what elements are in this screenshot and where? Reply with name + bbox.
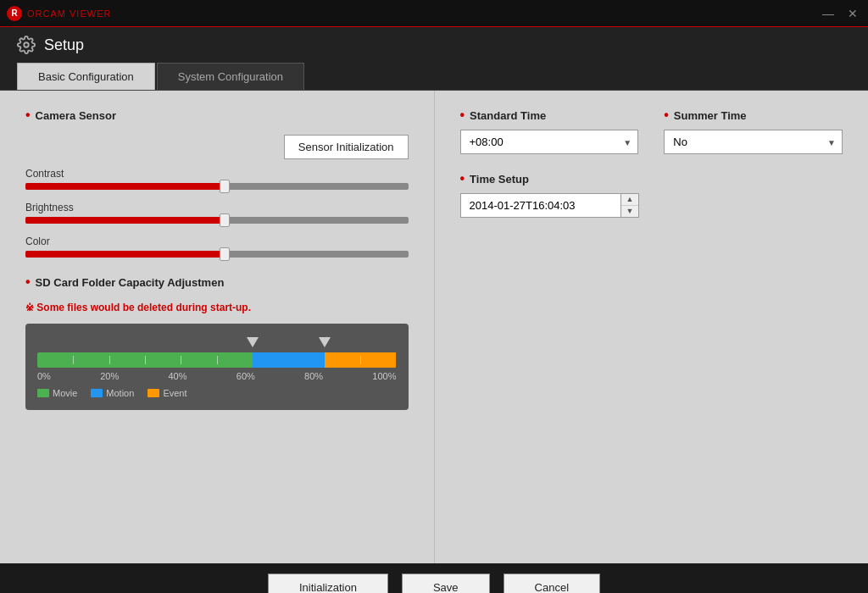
datetime-input-row: ▲ ▼ [460,193,640,218]
brightness-thumb[interactable] [220,213,230,227]
app-name: ORCAM VIEWER [27,8,111,19]
label-100: 100% [372,371,396,381]
standard-time-select-wrapper: +08:00 +07:00 +09:00 ▼ [460,130,639,154]
cancel-button[interactable]: Cancel [504,574,600,594]
label-80: 80% [304,371,323,381]
svg-marker-1 [247,337,259,347]
svg-marker-2 [319,337,331,347]
capacity-labels: 0% 20% 40% 60% 80% 100% [37,371,397,381]
label-40: 40% [168,371,186,381]
sd-warning: Some files would be deleted during start… [25,302,409,313]
label-60: 60% [236,371,255,381]
movie-segment [37,352,253,368]
minimize-button[interactable]: — [819,8,837,19]
legend-event-color [147,389,159,397]
titlebar: R ORCAM VIEWER — ✕ [0,0,868,27]
camera-sensor-label: Camera Sensor [25,108,409,123]
close-button[interactable]: ✕ [844,8,861,19]
time-setup-section: Time Setup ▲ ▼ [460,171,843,218]
legend-motion-color [91,389,103,397]
marker-80[interactable] [319,337,331,347]
marker-60[interactable] [247,337,259,347]
summer-time-select[interactable]: No Yes [664,130,843,154]
brightness-fill [25,217,225,224]
datetime-spinners: ▲ ▼ [620,194,639,217]
color-fill [25,251,225,258]
brightness-track[interactable] [25,217,409,224]
brightness-slider-group: Brightness [25,202,409,224]
summer-time-field: Summer Time No Yes ▼ [664,108,843,154]
summer-time-select-wrapper: No Yes ▼ [664,130,843,154]
label-20: 20% [100,371,119,381]
contrast-track[interactable] [25,183,409,190]
main-content: Camera Sensor Sensor Initialization Cont… [0,91,868,563]
legend-event: Event [147,388,186,398]
capacity-legend: Movie Motion Event [37,388,397,398]
standard-time-field: Standard Time +08:00 +07:00 +09:00 ▼ [460,108,639,154]
time-setup-label: Time Setup [460,171,843,186]
capacity-track [37,352,397,368]
standard-time-label: Standard Time [460,108,639,123]
datetime-input[interactable] [461,194,620,217]
initialization-button[interactable]: Initialization [268,574,388,594]
gear-icon [17,36,36,54]
contrast-label: Contrast [25,168,409,180]
header: Setup Basic Configuration System Configu… [0,27,868,91]
standard-time-select[interactable]: +08:00 +07:00 +09:00 [460,130,639,154]
brightness-label: Brightness [25,202,409,213]
contrast-slider-group: Contrast [25,168,409,190]
legend-motion-label: Motion [106,388,134,398]
legend-movie: Movie [37,388,77,398]
save-button[interactable]: Save [402,574,490,594]
capacity-container: 0% 20% 40% 60% 80% 100% Movie Motion [25,324,409,410]
datetime-up-button[interactable]: ▲ [621,194,639,206]
event-segment [325,352,397,368]
page-title: Setup [17,36,851,54]
tab-system-configuration[interactable]: System Configuration [157,63,304,90]
app-logo: R [7,6,22,21]
left-panel: Camera Sensor Sensor Initialization Cont… [0,91,435,563]
legend-movie-label: Movie [53,388,77,398]
color-thumb[interactable] [220,247,230,261]
legend-movie-color [37,389,49,397]
time-row: Standard Time +08:00 +07:00 +09:00 ▼ Sum… [460,108,843,154]
window-controls: — ✕ [819,8,861,19]
color-slider-group: Color [25,236,409,258]
tab-basic-configuration[interactable]: Basic Configuration [17,63,155,90]
markers-row [37,337,397,351]
label-0: 0% [37,371,51,381]
color-label: Color [25,236,409,247]
legend-event-label: Event [163,388,186,398]
tab-bar: Basic Configuration System Configuration [17,63,851,90]
legend-motion: Motion [91,388,134,398]
right-panel: Standard Time +08:00 +07:00 +09:00 ▼ Sum… [435,91,869,563]
color-track[interactable] [25,251,409,258]
datetime-down-button[interactable]: ▼ [621,206,639,217]
sensor-initialization-button[interactable]: Sensor Initialization [284,135,409,159]
bottom-bar: Initialization Save Cancel [0,563,868,593]
svg-point-0 [24,42,29,47]
titlebar-left: R ORCAM VIEWER [7,6,111,21]
sd-card-section: SD Card Folder Capacity Adjustmen Some f… [25,274,409,410]
contrast-thumb[interactable] [220,180,230,193]
sensor-init-row: Sensor Initialization [25,135,409,159]
summer-time-label: Summer Time [664,108,843,123]
sd-card-label: SD Card Folder Capacity Adjustmen [25,274,409,290]
contrast-fill [25,183,225,190]
motion-segment [253,352,325,368]
